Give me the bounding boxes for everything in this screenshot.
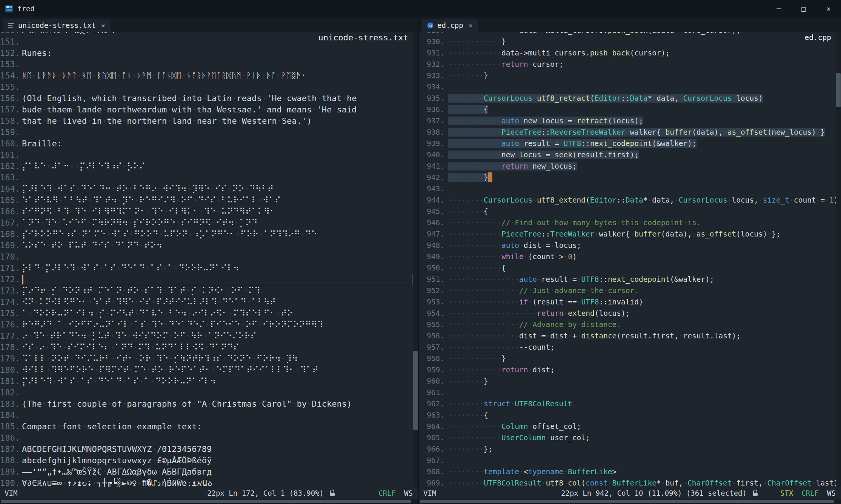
code-line[interactable]: 174.⠪⠝·⠅⠝⠪⠇⠫⠛⠑⠂·⠱⠁⠞·⠹⠻⠑·⠊⠎·⠏⠜⠞⠊⠊⠥⠇⠜⠇⠹·⠙⠑… bbox=[0, 297, 413, 308]
line-content[interactable]: ············while·(count·>·0) bbox=[448, 251, 836, 263]
line-content[interactable]: ············return·dist; bbox=[448, 364, 836, 376]
code-line[interactable]: 947.············PieceTree::TreeWalker·wa… bbox=[419, 229, 836, 240]
code-line[interactable]: 951.················auto·result·=·UTF8::… bbox=[419, 274, 836, 285]
line-content[interactable] bbox=[22, 432, 413, 444]
line-content[interactable]: ⠪⠝·⠅⠝⠪⠇⠫⠛⠑⠂·⠱⠁⠞·⠹⠻⠑·⠊⠎·⠏⠜⠞⠊⠊⠥⠇⠜⠇⠹·⠙⠑⠁⠙·⠁… bbox=[22, 297, 413, 308]
line-content[interactable]: ⠎⠊⠛⠝⠫·⠃⠹·⠹⠑·⠊⠇⠻⠛⠹⠍⠁⠝⠂·⠹⠑·⠊⠇⠻⠅⠂·⠹⠑·⠥⠝⠙⠻⠞⠁… bbox=[22, 206, 413, 217]
code-line[interactable]: 178.⠊⠎·⠔·⠹⠑·⠎⠊⠍⠊⠇⠑⠆·⠁⠝⠙·⠍⠹·⠥⠝⠙⠁⠇⠇⠪⠫·⠙⠁⠝⠙… bbox=[0, 342, 413, 353]
code-line[interactable]: 173.⡍⠔⠙⠖·⡊·⠙⠕⠝⠰⠞·⠍⠑⠁⠝·⠞⠕·⠎⠁⠹·⠹⠁⠞·⡊·⠅⠝⠪⠂·… bbox=[0, 285, 413, 297]
code-line[interactable]: 957.················--count; bbox=[419, 342, 836, 353]
code-line[interactable]: 960.········} bbox=[419, 376, 836, 387]
code-line[interactable]: 966.········}; bbox=[419, 444, 836, 455]
line-content[interactable]: ············auto·dist·=·locus; bbox=[448, 240, 836, 251]
code-line[interactable]: 931.············data->multi_cursors.push… bbox=[419, 48, 836, 59]
line-content[interactable]: ⡍⠔⠙⠖·⡊·⠙⠕⠝⠰⠞·⠍⠑⠁⠝·⠞⠕·⠎⠁⠹·⠹⠁⠞·⡊·⠅⠝⠪⠂·⠕⠋·⠍… bbox=[22, 285, 413, 297]
code-line[interactable]: 946.············//·Find·out·how·many·byt… bbox=[419, 217, 836, 229]
line-content[interactable]: ⡎⠊⠗⠕⠕⠛⠑⠰⠎·⠝⠁⠍⠑·⠺⠁⠎·⠛⠕⠕⠙·⠥⠏⠕⠝·⠰⡡⠁⠝⠛⠑⠂·⠋⠕⠗… bbox=[22, 229, 413, 240]
code-line[interactable]: 170. bbox=[0, 251, 413, 263]
code-line[interactable]: 182. bbox=[0, 387, 413, 398]
line-content[interactable] bbox=[22, 172, 413, 183]
line-content[interactable]: Braille: bbox=[22, 138, 413, 149]
line-content[interactable]: ········template·<typename·BufferLike> bbox=[448, 466, 836, 478]
line-content[interactable]: ················//·Advance·by·distance. bbox=[448, 319, 836, 330]
line-content[interactable]: ················if·(result·==·UTF8::inva… bbox=[448, 297, 836, 308]
line-content[interactable] bbox=[22, 127, 413, 138]
line-content[interactable]: ········} bbox=[448, 376, 836, 387]
code-line[interactable]: 956.················dist·=·dist·+·distan… bbox=[419, 330, 836, 342]
line-content[interactable]: ············PieceTree::ReverseTreeWalker… bbox=[448, 127, 836, 138]
code-line[interactable]: 157.bude·thaem·lande·northweardum·with·t… bbox=[0, 104, 413, 115]
code-line[interactable]: 950.············{ bbox=[419, 263, 836, 274]
code-line[interactable]: 175.⠁·⠙⠕⠕⠗⠤⠝⠁⠊⠇⠲·⡊·⠍⠊⠣⠞·⠙⠁⠧⠑·⠃⠑⠲·⠔⠊⠇⠔⠫⠂·… bbox=[0, 308, 413, 319]
line-content[interactable]: ············auto·new_locus·=·retract(loc… bbox=[448, 115, 836, 127]
code-line[interactable]: 152.Runes: bbox=[0, 48, 413, 59]
code-line[interactable]: 932.············return·cursor; bbox=[419, 59, 836, 70]
scrollbar-thumb[interactable] bbox=[1, 500, 411, 503]
code-line[interactable]: 930.············} bbox=[419, 36, 836, 48]
line-content[interactable]: –—‘“”„†•…‰™œŠŸž€·ΑΒΓΔΩαβγδω·АБВГДабвгд bbox=[22, 466, 413, 478]
line-content[interactable]: ⡕⠇⠙·⡍⠜⠇⠑⠹·⠺⠁⠎·⠁⠎·⠙⠑⠁⠙·⠁⠎·⠁·⠙⠕⠕⠗⠤⠝⠁⠊⠇⠲ bbox=[22, 263, 413, 274]
line-content[interactable]: ⠡⠕⠎⠑·⠞⠕·⠏⠥⠞·⠙⠊⠎·⠙⠁⠝⠙·⠞⠕⠲ bbox=[22, 240, 413, 251]
line-content[interactable]: ············data->multi_cursors.push_bac… bbox=[448, 48, 836, 59]
line-content[interactable]: ⠁⠝⠙·⠹⠑·⠡⠊⠑⠋·⠍⠳⠗⠝⠻⠲·⡎⠊⠗⠕⠕⠛⠑·⠎⠊⠛⠝⠫·⠊⠞⠲·⡁⠝⠙ bbox=[22, 217, 413, 229]
code-line[interactable]: 179.⠩⠁⠇⠇·⠝⠕⠞·⠙⠊⠌⠥⠗⠃·⠊⠞⠂·⠕⠗·⠹⠑·⡊⠳⠝⠞⠗⠹⠰⠎·⠙… bbox=[0, 353, 413, 364]
code-line[interactable]: 929.················data->multi_cursors.… bbox=[419, 32, 836, 36]
right-vertical-scrollbar[interactable] bbox=[836, 32, 841, 487]
line-content[interactable]: ⠺⠊⠇⠇·⠹⠻⠑⠋⠕⠗⠑·⠏⠻⠍⠊⠞·⠍⠑·⠞⠕·⠗⠑⠏⠑⠁⠞⠂·⠑⠍⠏⠙⠁⠞⠊… bbox=[22, 364, 413, 376]
code-line[interactable]: 959.············return·dist; bbox=[419, 364, 836, 376]
line-content[interactable]: ············return·cursor; bbox=[448, 59, 836, 70]
code-line[interactable]: 939.············auto·result·=·UTF8::next… bbox=[419, 138, 836, 149]
left-vertical-scrollbar[interactable] bbox=[413, 32, 418, 487]
code-line[interactable]: 964.············Column·offset_col; bbox=[419, 421, 836, 432]
line-content[interactable]: ········}; bbox=[448, 444, 836, 455]
line-content[interactable]: ⡍⠜⠇⠑⠹·⠺⠁⠎·⠙⠑⠁⠙⠒·⠞⠕·⠃⠑⠛⠔·⠺⠊⠹⠲·⡹⠻⠑·⠊⠎·⠝⠕·⠙… bbox=[22, 183, 413, 195]
line-content[interactable]: ········{ bbox=[448, 104, 836, 115]
line-content[interactable] bbox=[22, 410, 413, 421]
line-content[interactable]: (The·first·couple·of·paragraphs·of·"A·Ch… bbox=[22, 398, 413, 410]
code-line[interactable]: 154.ᚻᛖ·ᚳᚹᚫᚦ·ᚦᚫᛏ·ᚻᛖ·ᛒᚢᛞᛖ·ᚩᚾ·ᚦᚫᛗ·ᛚᚪᚾᛞᛖ·ᚾᚩᚱ… bbox=[0, 70, 413, 81]
code-line[interactable]: 180.⠺⠊⠇⠇·⠹⠻⠑⠋⠕⠗⠑·⠏⠻⠍⠊⠞·⠍⠑·⠞⠕·⠗⠑⠏⠑⠁⠞⠂·⠑⠍⠏… bbox=[0, 364, 413, 376]
line-content[interactable]: ············return·new_locus; bbox=[448, 161, 836, 172]
line-content[interactable]: ········struct·UTF8ColResult bbox=[448, 398, 836, 410]
line-content[interactable]: ∀∂∈ℝ∧∪≡∞·↑↗↨↻⇣·┐┼╔╘░►☺♀·ﬁ�⑀₂ἠḂӥẄɐː⍎אԱა bbox=[22, 478, 413, 487]
line-content[interactable] bbox=[448, 387, 836, 398]
line-content[interactable]: ········} bbox=[448, 70, 836, 81]
code-line[interactable]: 945.········{ bbox=[419, 206, 836, 217]
line-content[interactable]: bude·thaem·lande·northweardum·with·tha·W… bbox=[22, 104, 413, 115]
code-line[interactable]: 153. bbox=[0, 59, 413, 70]
line-content[interactable] bbox=[22, 251, 413, 263]
code-line[interactable]: 160.Braille: bbox=[0, 138, 413, 149]
code-line[interactable]: 969.········UTF8ColResult·utf8_col(const… bbox=[419, 478, 836, 487]
line-content[interactable]: Runes: bbox=[22, 48, 413, 59]
line-content[interactable]: ········} bbox=[448, 172, 836, 183]
line-content[interactable]: ················dist·=·dist·+·distance(r… bbox=[448, 330, 836, 342]
line-content[interactable]: ⠁·⠙⠕⠕⠗⠤⠝⠁⠊⠇⠲·⡊·⠍⠊⠣⠞·⠙⠁⠧⠑·⠃⠑⠲·⠔⠊⠇⠔⠫⠂·⠍⠹⠎⠑… bbox=[22, 308, 413, 319]
code-line[interactable]: 162.⡌⠁⠧⠑·⠼⠁⠒··⡍⠜⠇⠑⠹⠰⠎·⡣⠕⠌ bbox=[0, 161, 413, 172]
code-line[interactable]: 176.⠗⠑⠛⠜⠙·⠁·⠊⠕⠋⠋⠔⠤⠝⠁⠊⠇·⠁⠎·⠹⠑·⠙⠑⠁⠙⠑⠌·⠏⠊⠑⠊… bbox=[0, 319, 413, 330]
code-line[interactable]: 934. bbox=[419, 81, 836, 93]
code-line[interactable]: 190.∀∂∈ℝ∧∪≡∞·↑↗↨↻⇣·┐┼╔╘░►☺♀·ﬁ�⑀₂ἠḂӥẄɐː⍎א… bbox=[0, 478, 413, 487]
code-line[interactable]: 177.⠔·⠹⠑·⠞⠗⠁⠙⠑⠲·⡃⠥⠞·⠹⠑·⠺⠊⠎⠙⠕⠍·⠕⠋·⠳⠗·⠁⠝⠊⠑… bbox=[0, 330, 413, 342]
line-content[interactable]: ············Column·offset_col; bbox=[448, 421, 836, 432]
line-content[interactable]: ············new_locus·=·seek(result.firs… bbox=[448, 149, 836, 161]
code-line[interactable]: 156.(Old·English,·which·transcribed·into… bbox=[0, 93, 413, 104]
maximize-button[interactable]: □ bbox=[791, 0, 816, 17]
code-line[interactable]: 967. bbox=[419, 455, 836, 466]
code-line[interactable]: 944.········CursorLocus·utf8_extend(Edit… bbox=[419, 195, 836, 206]
right-horizontal-scrollbar[interactable] bbox=[419, 499, 841, 504]
code-line[interactable]: 188.abcdefghijklmnopqrstuvwxyz·£©µÀÆÖÞßé… bbox=[0, 455, 413, 466]
line-content[interactable]: ····················return·extend(locus)… bbox=[448, 308, 836, 319]
code-line[interactable]: 167.⠁⠝⠙·⠹⠑·⠡⠊⠑⠋·⠍⠳⠗⠝⠻⠲·⡎⠊⠗⠕⠕⠛⠑·⠎⠊⠛⠝⠫·⠊⠞⠲… bbox=[0, 217, 413, 229]
code-line[interactable]: 940.············new_locus·=·seek(result.… bbox=[419, 149, 836, 161]
code-line[interactable]: 962.········struct·UTF8ColResult bbox=[419, 398, 836, 410]
line-content[interactable]: ············UserColumn·user_col; bbox=[448, 432, 836, 444]
line-content[interactable] bbox=[22, 387, 413, 398]
code-line[interactable]: 968.········template·<typename·BufferLik… bbox=[419, 466, 836, 478]
line-content[interactable]: Compact·font·selection·example·text: bbox=[22, 421, 413, 432]
line-content[interactable] bbox=[22, 59, 413, 70]
code-line[interactable]: 168.⡎⠊⠗⠕⠕⠛⠑⠰⠎·⠝⠁⠍⠑·⠺⠁⠎·⠛⠕⠕⠙·⠥⠏⠕⠝·⠰⡡⠁⠝⠛⠑⠂… bbox=[0, 229, 413, 240]
code-line[interactable]: 935.········CursorLocus·utf8_retract(Edi… bbox=[419, 93, 836, 104]
code-line[interactable]: 165.⠱⠁⠞⠑⠧⠻·⠁⠃⠳⠞·⠹⠁⠞⠲·⡹⠑·⠗⠑⠛⠊⠌⠻·⠕⠋·⠙⠊⠎·⠃⠥… bbox=[0, 195, 413, 206]
line-content[interactable]: ········CursorLocus·utf8_retract(Editor:… bbox=[448, 93, 836, 104]
code-line[interactable]: 942.········} bbox=[419, 172, 836, 183]
